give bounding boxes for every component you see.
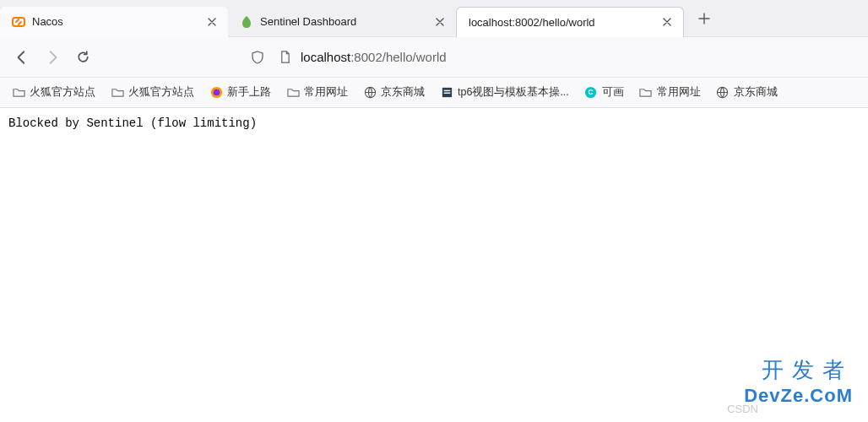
bookmark-label: 京东商城 xyxy=(381,85,425,100)
tab-label: Nacos xyxy=(32,15,204,28)
bookmark-item[interactable]: tp6视图与模板基本操... xyxy=(435,81,574,105)
bookmark-label: 常用网址 xyxy=(657,85,701,100)
close-icon[interactable] xyxy=(432,14,448,30)
bookmark-item[interactable]: 火狐官方站点 xyxy=(106,81,199,105)
bookmark-item[interactable]: C 可画 xyxy=(579,81,629,105)
close-icon[interactable] xyxy=(204,14,220,30)
watermark-bottom: DevZe.CoM xyxy=(744,385,853,407)
folder-icon xyxy=(639,86,653,100)
tab-current[interactable]: localhost:8002/hello/world xyxy=(456,7,684,37)
page-content: Blocked by Sentinel (flow limiting) xyxy=(0,108,868,138)
svg-rect-5 xyxy=(443,90,450,91)
tab-nacos[interactable]: Nacos xyxy=(0,7,228,37)
bookmark-item[interactable]: 常用网址 xyxy=(281,81,353,105)
bookmark-item[interactable]: 火狐官方站点 xyxy=(7,81,100,105)
shield-icon[interactable] xyxy=(247,46,269,68)
folder-icon xyxy=(111,86,124,100)
canva-icon: C xyxy=(584,86,598,100)
svg-point-2 xyxy=(213,89,220,96)
bookmark-label: 新手上路 xyxy=(227,85,271,100)
bookmark-label: tp6视图与模板基本操... xyxy=(458,85,569,100)
bookmark-label: 京东商城 xyxy=(734,85,778,100)
globe-icon xyxy=(363,86,377,100)
tab-label: localhost:8002/hello/world xyxy=(469,16,659,29)
url-bar[interactable]: localhost:8002/hello/world xyxy=(241,42,861,73)
new-tab-button[interactable] xyxy=(691,5,718,32)
firefox-icon xyxy=(209,86,223,100)
sentinel-icon xyxy=(240,15,253,29)
bookmarks-bar: 火狐官方站点 火狐官方站点 新手上路 常用网址 京东商城 tp6视图与模板基本操… xyxy=(0,78,868,108)
bookmark-label: 常用网址 xyxy=(304,85,348,100)
close-icon[interactable] xyxy=(659,14,675,30)
csdn-watermark: CSDN xyxy=(727,403,758,415)
tab-sentinel[interactable]: Sentinel Dashboard xyxy=(228,7,456,37)
bookmark-item[interactable]: 京东商城 xyxy=(358,81,430,105)
forward-button[interactable] xyxy=(37,42,68,73)
bookmark-item[interactable]: 常用网址 xyxy=(634,81,706,105)
url-text: localhost:8002/hello/world xyxy=(301,50,447,64)
bookmark-label: 火狐官方站点 xyxy=(128,85,194,100)
globe-icon xyxy=(716,86,730,100)
bookmark-item[interactable]: 京东商城 xyxy=(711,81,783,105)
folder-icon xyxy=(286,86,300,100)
bookmark-label: 火狐官方站点 xyxy=(30,85,95,100)
nacos-icon xyxy=(12,15,25,29)
bookmark-label: 可画 xyxy=(602,85,624,100)
tab-bar: Nacos Sentinel Dashboard localhost:8002/… xyxy=(0,0,868,37)
tab-label: Sentinel Dashboard xyxy=(260,15,432,28)
page-icon xyxy=(274,46,296,68)
bookmark-item[interactable]: 新手上路 xyxy=(204,81,276,105)
back-button[interactable] xyxy=(7,42,37,73)
nav-toolbar: localhost:8002/hello/world xyxy=(0,37,868,78)
svg-text:C: C xyxy=(589,88,594,96)
devze-watermark: 开发者 DevZe.CoM xyxy=(744,355,853,407)
page-icon xyxy=(440,86,453,100)
reload-button[interactable] xyxy=(68,42,98,73)
svg-rect-6 xyxy=(443,93,450,94)
response-body: Blocked by Sentinel (flow limiting) xyxy=(8,116,860,130)
watermark-top: 开发者 xyxy=(744,355,853,385)
folder-icon xyxy=(12,86,25,100)
